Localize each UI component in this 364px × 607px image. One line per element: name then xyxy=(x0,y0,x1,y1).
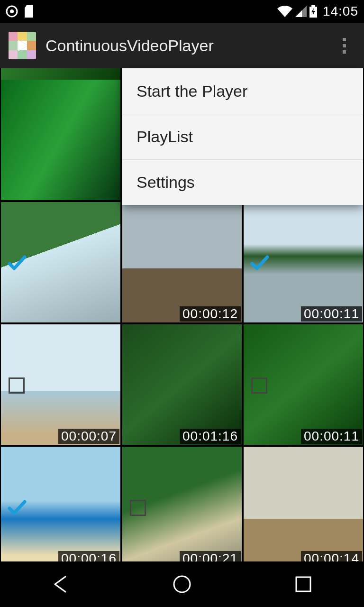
video-duration: 00:00:12 xyxy=(180,306,241,322)
battery-charging-icon xyxy=(309,5,317,18)
recents-button[interactable] xyxy=(284,570,322,598)
video-duration: 00:00:11 xyxy=(301,306,362,322)
video-thumb[interactable]: 00:00:16 xyxy=(1,447,120,567)
menu-item-start-player[interactable]: Start the Player xyxy=(122,68,363,114)
video-thumb[interactable]: 00:00:07 xyxy=(1,324,120,445)
options-menu: Start the Player PlayList Settings xyxy=(122,68,363,205)
video-thumb[interactable] xyxy=(1,202,120,322)
status-time: 14:05 xyxy=(323,4,358,19)
video-thumb[interactable]: 00:00:11 xyxy=(244,202,363,322)
checkmark-icon xyxy=(7,253,27,274)
video-thumb[interactable]: 00:00:21 xyxy=(122,447,242,567)
home-button[interactable] xyxy=(163,570,201,598)
status-bar: 14:05 xyxy=(0,0,364,23)
video-duration: 00:01:16 xyxy=(180,429,241,444)
checkbox-unchecked-icon xyxy=(130,500,146,516)
video-thumb[interactable]: 00:01:16 xyxy=(122,324,242,445)
checkmark-icon xyxy=(7,498,27,519)
svg-rect-5 xyxy=(296,577,310,591)
video-duration: 00:00:07 xyxy=(58,429,119,444)
nav-bar xyxy=(0,561,364,607)
svg-rect-3 xyxy=(311,5,315,7)
checkmark-icon xyxy=(249,253,270,274)
app-bar: ContinuousVideoPlayer xyxy=(0,23,364,68)
svg-point-1 xyxy=(10,9,14,13)
circle-icon xyxy=(6,5,18,18)
checkbox-unchecked-icon xyxy=(9,377,25,394)
video-grid[interactable]: 00:00:12 00:00:11 00:00:07 00:01:16 00:0… xyxy=(0,68,364,561)
checkbox-unchecked-icon xyxy=(251,377,267,394)
sd-card-icon xyxy=(25,5,35,18)
app-logo-icon xyxy=(9,32,36,59)
menu-item-settings[interactable]: Settings xyxy=(122,159,363,205)
back-button[interactable] xyxy=(42,570,80,598)
menu-item-playlist[interactable]: PlayList xyxy=(122,114,363,159)
video-thumb[interactable] xyxy=(1,80,120,200)
svg-point-4 xyxy=(174,576,190,592)
wifi-icon xyxy=(277,6,292,17)
overflow-menu-button[interactable] xyxy=(333,34,355,57)
app-title: ContinuousVideoPlayer xyxy=(46,37,214,55)
video-thumb[interactable]: 00:00:12 xyxy=(122,202,242,322)
video-thumb[interactable]: 00:00:14 xyxy=(244,447,363,567)
video-duration: 00:00:11 xyxy=(301,429,362,444)
video-thumb[interactable]: 00:00:11 xyxy=(244,324,363,445)
cellular-icon xyxy=(295,6,307,17)
